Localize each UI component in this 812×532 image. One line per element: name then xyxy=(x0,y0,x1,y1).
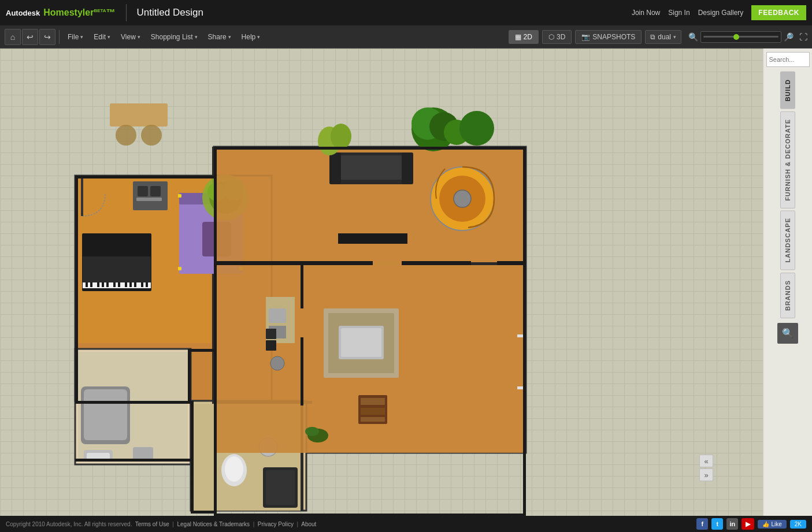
2d-icon: ▦ xyxy=(515,33,521,41)
svg-rect-105 xyxy=(188,349,217,352)
design-gallery-link[interactable]: Design Gallery xyxy=(698,9,744,17)
svg-point-83 xyxy=(270,356,284,370)
svg-rect-19 xyxy=(86,282,88,287)
svg-rect-96 xyxy=(214,147,217,516)
camera-icon: 📷 xyxy=(581,33,590,41)
svg-point-70 xyxy=(141,125,162,146)
svg-rect-30 xyxy=(146,282,148,287)
furnish-decorate-tab[interactable]: FURNISH & DECORATE xyxy=(780,111,795,209)
undo-button[interactable]: ↩ xyxy=(22,29,38,45)
social3-icon[interactable]: in xyxy=(726,518,738,530)
svg-rect-87 xyxy=(517,334,523,337)
zoom-out-icon[interactable]: 🔍 xyxy=(688,32,698,42)
svg-rect-91 xyxy=(75,401,194,404)
zoom-in-icon[interactable]: 🔎 xyxy=(784,32,794,42)
logo-divider xyxy=(126,4,127,21)
zoom-slider[interactable] xyxy=(700,31,781,43)
svg-rect-56 xyxy=(402,152,413,184)
svg-rect-51 xyxy=(266,470,295,505)
terms-link[interactable]: Terms of Use xyxy=(135,521,169,527)
canvas-area[interactable]: « » xyxy=(0,49,763,516)
zoom-thumb[interactable] xyxy=(733,34,739,40)
share-menu[interactable]: Share ▾ xyxy=(203,31,236,43)
svg-rect-23 xyxy=(106,282,109,287)
svg-rect-97 xyxy=(214,147,526,150)
svg-rect-88 xyxy=(517,386,523,389)
svg-rect-33 xyxy=(150,186,161,196)
sign-in-link[interactable]: Sign In xyxy=(668,9,689,17)
svg-rect-12 xyxy=(178,194,181,198)
view-menu[interactable]: View ▾ xyxy=(116,31,145,43)
collapse-down-button[interactable]: » xyxy=(699,468,713,481)
search-box-panel[interactable]: 🔍 xyxy=(766,52,810,67)
join-now-link[interactable]: Join Now xyxy=(632,9,660,17)
svg-rect-26 xyxy=(125,282,127,287)
panel-search-input[interactable] xyxy=(769,56,813,63)
logo-area: Autodesk HomestylerBETA™ Untitled Design xyxy=(6,4,203,21)
2k-button[interactable]: 2K xyxy=(790,520,806,529)
youtube-icon[interactable]: ▶ xyxy=(741,518,754,530)
edit-menu[interactable]: Edit ▾ xyxy=(89,31,115,43)
about-link[interactable]: About xyxy=(301,521,316,527)
shopping-list-menu[interactable]: Shopping List ▾ xyxy=(146,31,202,43)
feedback-button[interactable]: FEEDBACK xyxy=(751,5,806,20)
home-button[interactable]: ⌂ xyxy=(5,29,21,45)
svg-rect-29 xyxy=(141,282,143,287)
build-tab[interactable]: BUILD xyxy=(780,72,795,109)
search-panel-button[interactable]: 🔍 xyxy=(777,323,798,344)
svg-rect-20 xyxy=(90,282,92,287)
landscape-tab[interactable]: LANDSCAPE xyxy=(780,210,795,270)
redo-button[interactable]: ↪ xyxy=(39,29,55,45)
svg-rect-104 xyxy=(373,261,402,265)
svg-rect-106 xyxy=(188,349,191,404)
svg-rect-89 xyxy=(75,176,214,178)
view-3d-button[interactable]: ⬡ 3D xyxy=(542,30,572,44)
svg-point-67 xyxy=(331,124,351,149)
svg-rect-54 xyxy=(332,155,411,180)
fullscreen-button[interactable]: ⛶ xyxy=(799,32,807,42)
3d-icon: ⬡ xyxy=(548,33,554,41)
dual-icon: ⧉ xyxy=(650,33,655,41)
svg-rect-27 xyxy=(129,282,132,287)
collapse-arrows: « » xyxy=(699,455,713,481)
footer: Copyright 2010 Autodesk, Inc. All rights… xyxy=(0,516,812,532)
dual-button[interactable]: ⧉ dual ▾ xyxy=(645,30,681,44)
beta-badge: BETA xyxy=(94,8,106,13)
collapse-up-button[interactable]: « xyxy=(699,455,713,467)
privacy-link[interactable]: Privacy Policy xyxy=(258,521,294,527)
facebook-icon[interactable]: f xyxy=(696,518,708,530)
svg-rect-94 xyxy=(191,511,217,514)
svg-rect-92 xyxy=(75,459,194,462)
file-menu[interactable]: File ▾ xyxy=(63,31,88,43)
svg-point-85 xyxy=(305,427,319,436)
main-area: « » 🔍 BUILD FURNISH & DECORATE LANDSCAPE… xyxy=(0,49,812,516)
like-button[interactable]: 👍 Like xyxy=(758,520,786,529)
svg-rect-21 xyxy=(97,282,99,287)
svg-rect-90 xyxy=(75,176,78,404)
legal-link[interactable]: Legal Notices & Trademarks xyxy=(177,521,250,527)
help-menu[interactable]: Help ▾ xyxy=(237,31,265,43)
svg-rect-75 xyxy=(341,328,381,357)
toolbar-right: ▦ 2D ⬡ 3D 📷 SNAPSHOTS ⧉ dual ▾ 🔍 🔎 ⛶ xyxy=(509,30,807,44)
svg-rect-100 xyxy=(217,261,471,265)
floor-plan[interactable] xyxy=(17,66,607,516)
twitter-icon[interactable]: t xyxy=(711,518,723,530)
right-panel: 🔍 BUILD FURNISH & DECORATE LANDSCAPE BRA… xyxy=(763,49,812,516)
svg-rect-28 xyxy=(134,282,136,287)
svg-rect-79 xyxy=(361,417,385,422)
snapshots-button[interactable]: 📷 SNAPSHOTS xyxy=(575,30,642,44)
zoom-track xyxy=(703,36,778,38)
svg-rect-108 xyxy=(266,340,276,351)
svg-point-65 xyxy=(459,111,494,146)
view-2d-button[interactable]: ▦ 2D xyxy=(509,30,539,44)
homestyler-logo: HomestylerBETA™ xyxy=(43,8,115,18)
toolbar: ⌂ ↩ ↪ File ▾ Edit ▾ View ▾ Shopping List… xyxy=(0,25,812,49)
autodesk-logo: Autodesk xyxy=(6,9,40,17)
svg-rect-24 xyxy=(113,282,116,287)
svg-rect-103 xyxy=(301,308,303,337)
svg-rect-32 xyxy=(138,186,148,196)
svg-rect-57 xyxy=(338,233,407,244)
brands-tab[interactable]: BRANDS xyxy=(780,273,795,318)
svg-rect-81 xyxy=(269,308,286,323)
svg-rect-14 xyxy=(178,267,181,270)
